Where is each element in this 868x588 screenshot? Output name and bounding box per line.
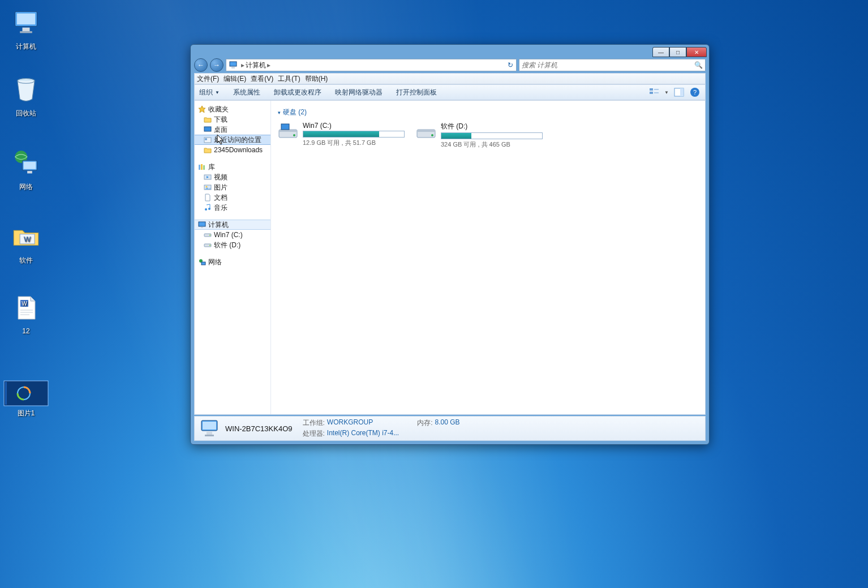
sidebar-favorites-header[interactable]: 收藏夹 bbox=[195, 104, 270, 114]
drive-free-text: 12.9 GB 可用 , 共 51.7 GB bbox=[303, 139, 405, 147]
view-mode-button[interactable] bbox=[648, 87, 660, 98]
content-pane: ▾ 硬盘 (2) Win7 (C:) 12.9 GB 可用 , 共 51.7 G… bbox=[271, 101, 705, 414]
svg-rect-1 bbox=[17, 14, 36, 25]
menu-edit[interactable]: 编辑(E) bbox=[224, 74, 246, 84]
status-memory: 内存: 8.00 GB bbox=[417, 418, 459, 428]
svg-rect-22 bbox=[650, 88, 653, 91]
desktop-icon-label: 软件 bbox=[1, 256, 51, 265]
svg-rect-56 bbox=[417, 130, 435, 132]
menu-tools[interactable]: 工具(T) bbox=[278, 74, 300, 84]
maximize-button[interactable]: □ bbox=[669, 47, 686, 57]
svg-rect-60 bbox=[207, 432, 212, 435]
navigation-pane: 收藏夹 下载 桌面 最近访问的位置 2345Downloads bbox=[195, 101, 271, 414]
help-button[interactable]: ? bbox=[689, 87, 701, 98]
drive-item-d[interactable]: 软件 (D:) 324 GB 可用 , 共 465 GB bbox=[416, 122, 540, 149]
toolbar-map-network-drive[interactable]: 映射网络驱动器 bbox=[335, 88, 383, 97]
svg-text:W: W bbox=[24, 235, 31, 243]
nav-back-button[interactable]: ← bbox=[194, 58, 208, 72]
library-icon bbox=[198, 163, 206, 171]
close-button[interactable]: ✕ bbox=[686, 47, 707, 57]
sidebar-item-drive-d[interactable]: 软件 (D:) bbox=[195, 240, 270, 250]
collapse-icon: ▾ bbox=[278, 110, 281, 115]
window-controls: — □ ✕ bbox=[652, 47, 707, 57]
toolbar-system-properties[interactable]: 系统属性 bbox=[233, 88, 260, 97]
star-icon bbox=[198, 105, 206, 113]
desktop-icon-network[interactable]: 网络 bbox=[1, 146, 51, 192]
desktop-icon-label: 网络 bbox=[1, 182, 51, 192]
video-icon bbox=[204, 173, 212, 181]
sidebar-item-recent[interactable]: 最近访问的位置 bbox=[195, 135, 270, 145]
search-input[interactable] bbox=[522, 61, 694, 69]
svg-point-33 bbox=[205, 138, 207, 140]
search-icon[interactable]: 🔍 bbox=[694, 61, 703, 69]
desktop-icon-recycle[interactable]: 回收站 bbox=[1, 72, 51, 118]
menu-bar: 文件(F) 编辑(E) 查看(V) 工具(T) 帮助(H) bbox=[194, 73, 706, 84]
svg-rect-59 bbox=[203, 422, 216, 430]
svg-point-42 bbox=[208, 208, 210, 210]
refresh-icon[interactable]: ↻ bbox=[506, 61, 515, 70]
drive-capacity-bar bbox=[441, 132, 543, 139]
drive-name: Win7 (C:) bbox=[303, 122, 405, 130]
sidebar-item-2345downloads[interactable]: 2345Downloads bbox=[195, 145, 270, 155]
drive-capacity-bar bbox=[303, 131, 405, 138]
network-icon bbox=[9, 146, 43, 180]
sidebar-libraries-header[interactable]: 库 bbox=[195, 162, 270, 172]
recent-icon bbox=[204, 136, 212, 144]
svg-text:?: ? bbox=[693, 89, 697, 96]
svg-rect-20 bbox=[230, 62, 237, 66]
picture-icon bbox=[3, 380, 49, 406]
svg-point-41 bbox=[205, 208, 207, 211]
sidebar-item-desktop[interactable]: 桌面 bbox=[195, 125, 270, 135]
sidebar-item-documents[interactable]: 文档 bbox=[195, 192, 270, 203]
svg-rect-17 bbox=[4, 381, 48, 406]
svg-point-57 bbox=[431, 134, 433, 136]
desktop-icon-label: 计算机 bbox=[1, 42, 51, 51]
svg-rect-54 bbox=[281, 124, 289, 130]
search-box[interactable]: 🔍 bbox=[519, 59, 706, 71]
recycle-bin-icon bbox=[9, 72, 43, 106]
drive-item-c[interactable]: Win7 (C:) 12.9 GB 可用 , 共 51.7 GB bbox=[278, 122, 402, 149]
document-icon bbox=[204, 194, 212, 201]
toolbar-control-panel[interactable]: 打开控制面板 bbox=[396, 88, 437, 97]
toolbar-organize[interactable]: 组织▼ bbox=[199, 88, 220, 97]
svg-point-53 bbox=[293, 134, 295, 136]
breadcrumb-separator[interactable]: ▸ bbox=[240, 61, 246, 69]
address-bar[interactable]: ▸ 计算机 ▸ ↻ bbox=[226, 59, 517, 71]
nav-forward-button[interactable]: → bbox=[210, 58, 224, 72]
svg-rect-43 bbox=[199, 222, 205, 226]
desktop-icon-picture[interactable]: 图片1 bbox=[1, 380, 51, 418]
svg-rect-35 bbox=[201, 164, 203, 170]
breadcrumb-location[interactable]: 计算机 bbox=[246, 61, 266, 70]
sidebar-item-videos[interactable]: 视频 bbox=[195, 172, 270, 182]
status-cpu: 处理器: Intel(R) Core(TM) i7-4... bbox=[303, 429, 399, 439]
drive-group-header[interactable]: ▾ 硬盘 (2) bbox=[278, 108, 698, 117]
sidebar-network-header[interactable]: 网络 bbox=[195, 257, 270, 267]
sidebar-item-pictures[interactable]: 图片 bbox=[195, 182, 270, 192]
sidebar-item-downloads[interactable]: 下载 bbox=[195, 114, 270, 125]
minimize-button[interactable]: — bbox=[652, 47, 669, 57]
svg-rect-2 bbox=[23, 28, 30, 32]
desktop-icon-label: 图片1 bbox=[1, 409, 51, 418]
details-pane: WIN-2B7C13KK4O9 工作组: WORKGROUP 内存: 8.00 … bbox=[194, 416, 706, 441]
sidebar-item-drive-c[interactable]: Win7 (C:) bbox=[195, 230, 270, 240]
desktop-icon bbox=[204, 126, 212, 134]
drive-info: Win7 (C:) 12.9 GB 可用 , 共 51.7 GB bbox=[303, 122, 405, 149]
menu-file[interactable]: 文件(F) bbox=[197, 74, 219, 84]
desktop-icon-software-folder[interactable]: W 软件 bbox=[1, 220, 51, 265]
toolbar-uninstall-programs[interactable]: 卸载或更改程序 bbox=[274, 88, 321, 97]
menu-help[interactable]: 帮助(H) bbox=[305, 74, 328, 84]
sidebar-computer-header[interactable]: 计算机 bbox=[195, 220, 270, 230]
computer-icon bbox=[198, 221, 206, 229]
menu-view[interactable]: 查看(V) bbox=[251, 74, 273, 84]
breadcrumb-separator[interactable]: ▸ bbox=[266, 61, 272, 69]
drive-list: Win7 (C:) 12.9 GB 可用 , 共 51.7 GB 软件 (D:)… bbox=[278, 122, 698, 149]
desktop-icon-document[interactable]: W 12 bbox=[1, 291, 51, 335]
drive-name: 软件 (D:) bbox=[441, 122, 543, 131]
sidebar-item-music[interactable]: 音乐 bbox=[195, 203, 270, 213]
svg-point-48 bbox=[209, 245, 210, 246]
view-mode-dropdown[interactable]: ▼ bbox=[664, 90, 669, 95]
desktop-icon-computer[interactable]: 计算机 bbox=[1, 6, 51, 51]
drive-icon bbox=[416, 122, 436, 142]
drive-icon bbox=[204, 231, 212, 239]
preview-pane-button[interactable] bbox=[673, 87, 685, 98]
